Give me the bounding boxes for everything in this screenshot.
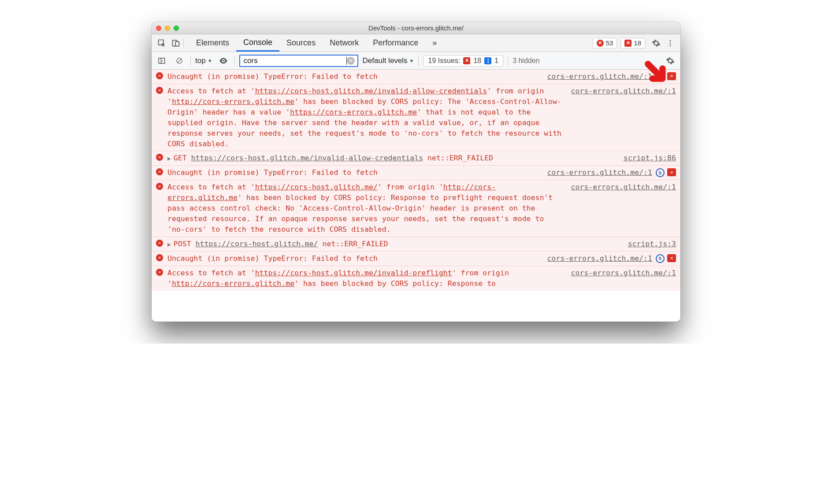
- error-icon: ✕: [156, 154, 164, 163]
- tab-sources[interactable]: Sources: [279, 34, 323, 52]
- svg-point-4: [670, 42, 671, 44]
- clear-console-icon[interactable]: [173, 54, 186, 67]
- svg-rect-6: [159, 58, 165, 63]
- error-message: Uncaught (in promise) TypeError: Failed …: [167, 253, 541, 264]
- error-message: Access to fetch at 'https://cors-host.gl…: [167, 86, 565, 149]
- divider: [418, 56, 419, 66]
- error-count: 53: [606, 39, 613, 47]
- kebab-menu-icon[interactable]: [664, 37, 677, 50]
- svg-rect-2: [175, 41, 179, 46]
- annotation-arrow-icon: [643, 59, 671, 87]
- error-icon: ✕: [156, 269, 164, 289]
- tab-strip: Elements Console Sources Network Perform…: [189, 34, 444, 52]
- inspect-element-icon[interactable]: [155, 37, 168, 50]
- issues-summary[interactable]: 19 Issues: ✕ 18 ❘ 1: [423, 55, 503, 67]
- close-window-button[interactable]: [156, 26, 161, 31]
- url-link[interactable]: https://cors-host.glitch.me/invalid-pref…: [255, 269, 452, 277]
- console-error-row[interactable]: ✕ Uncaught (in promise) TypeError: Faile…: [152, 70, 680, 84]
- divider: [508, 56, 508, 66]
- source-link[interactable]: script.js:86: [624, 153, 676, 163]
- context-selector[interactable]: top ▼: [195, 56, 212, 65]
- url-link[interactable]: https://cors-host.glitch.me/: [255, 183, 378, 191]
- url-link[interactable]: http://cors-errors.glitch.me: [172, 279, 294, 288]
- maximize-window-button[interactable]: [174, 26, 179, 31]
- url-link[interactable]: https://cors-host.glitch.me/invalid-allo…: [191, 154, 423, 162]
- hidden-messages-label[interactable]: 3 hidden: [513, 57, 539, 65]
- source-link[interactable]: cors-errors.glitch.me/:1: [547, 253, 652, 264]
- error-icon: ✕: [156, 254, 164, 264]
- error-icon: ✕: [597, 40, 604, 47]
- url-link[interactable]: https://cors-errors.glitch.me: [290, 108, 417, 116]
- divider: [234, 56, 235, 66]
- source-link[interactable]: script.js:3: [628, 239, 676, 249]
- svg-point-3: [670, 40, 671, 41]
- toggle-sidebar-icon[interactable]: [155, 54, 168, 67]
- issues-count: 18: [634, 39, 641, 47]
- chevron-down-icon: ▼: [409, 58, 414, 63]
- source-link[interactable]: cors-errors.glitch.me/:1: [571, 182, 676, 235]
- issue-icon: ✕: [624, 40, 631, 47]
- chevron-down-icon: ▼: [208, 58, 212, 63]
- tabs-more[interactable]: »: [425, 34, 444, 52]
- network-request-icon[interactable]: ⇅: [656, 254, 665, 263]
- console-error-row[interactable]: ✕ ▶POST https://cors-host.glitch.me/ net…: [152, 237, 680, 252]
- source-link[interactable]: cors-errors.glitch.me/:1: [547, 167, 652, 178]
- clear-filter-icon[interactable]: ✕: [347, 57, 355, 65]
- settings-gear-icon[interactable]: [650, 37, 663, 50]
- console-error-row[interactable]: ✕ Access to fetch at 'https://cors-host.…: [152, 266, 680, 291]
- tab-elements[interactable]: Elements: [189, 34, 236, 52]
- error-message: ▶GET https://cors-host.glitch.me/invalid…: [167, 153, 617, 163]
- expand-icon[interactable]: ▶: [167, 241, 171, 248]
- error-icon: ✕: [156, 87, 164, 149]
- issue-link-icon[interactable]: ✕: [667, 254, 676, 262]
- console-error-row[interactable]: ✕ Uncaught (in promise) TypeError: Faile…: [152, 252, 680, 266]
- minimize-window-button[interactable]: [165, 26, 170, 31]
- network-request-icon[interactable]: ⇅: [656, 168, 665, 177]
- error-message: Access to fetch at 'https://cors-host.gl…: [167, 268, 565, 289]
- error-icon: ✕: [156, 168, 164, 178]
- source-link[interactable]: cors-errors.glitch.me/:1: [547, 71, 652, 82]
- divider: [190, 56, 191, 66]
- issue-error-icon: ✕: [463, 57, 470, 64]
- issue-link-icon[interactable]: ✕: [667, 168, 676, 176]
- error-icon: ✕: [156, 72, 164, 82]
- tab-performance[interactable]: Performance: [366, 34, 425, 52]
- issue-info-icon: ❘: [484, 57, 491, 64]
- divider: [183, 38, 184, 48]
- filter-input[interactable]: cors ✕: [239, 55, 358, 67]
- svg-point-5: [670, 44, 671, 46]
- traffic-lights: [156, 26, 179, 31]
- error-message: Uncaught (in promise) TypeError: Failed …: [167, 71, 541, 82]
- device-toolbar-icon[interactable]: [169, 37, 182, 50]
- url-link[interactable]: https://cors-host.glitch.me/invalid-allo…: [255, 87, 487, 95]
- url-link[interactable]: https://cors-host.glitch.me/: [196, 240, 318, 248]
- devtools-window: DevTools - cors-errors.glitch.me/ Elemen…: [152, 22, 680, 322]
- console-error-row[interactable]: ✕ ▶GET https://cors-host.glitch.me/inval…: [152, 151, 680, 166]
- console-toolbar: top ▼ cors ✕ Default levels ▼ 19 Issues:…: [152, 52, 680, 70]
- issues-count-badge[interactable]: ✕ 18: [620, 38, 645, 48]
- window-title: DevTools - cors-errors.glitch.me/: [152, 24, 680, 32]
- console-error-row[interactable]: ✕ Access to fetch at 'https://cors-host.…: [152, 180, 680, 237]
- error-icon: ✕: [156, 183, 164, 235]
- tab-console[interactable]: Console: [236, 34, 279, 52]
- error-message: ▶POST https://cors-host.glitch.me/ net::…: [167, 239, 622, 249]
- console-messages: ✕ Uncaught (in promise) TypeError: Faile…: [152, 70, 680, 322]
- log-levels-dropdown[interactable]: Default levels ▼: [363, 56, 414, 65]
- source-link[interactable]: cors-errors.glitch.me/:1: [571, 86, 676, 149]
- source-link[interactable]: cors-errors.glitch.me/:1: [571, 268, 676, 289]
- devtools-tabs: Elements Console Sources Network Perform…: [152, 34, 680, 52]
- url-link[interactable]: http://cors-errors.glitch.me: [172, 97, 294, 106]
- console-error-row[interactable]: ✕ Access to fetch at 'https://cors-host.…: [152, 84, 680, 152]
- error-message: Access to fetch at 'https://cors-host.gl…: [167, 182, 565, 235]
- expand-icon[interactable]: ▶: [167, 155, 171, 162]
- live-expression-icon[interactable]: [217, 54, 230, 67]
- tab-network[interactable]: Network: [323, 34, 366, 52]
- error-icon: ✕: [156, 240, 164, 249]
- console-error-row[interactable]: ✕ Uncaught (in promise) TypeError: Faile…: [152, 166, 680, 180]
- error-message: Uncaught (in promise) TypeError: Failed …: [167, 167, 541, 178]
- error-count-badge[interactable]: ✕ 53: [593, 38, 617, 48]
- titlebar: DevTools - cors-errors.glitch.me/: [152, 22, 680, 34]
